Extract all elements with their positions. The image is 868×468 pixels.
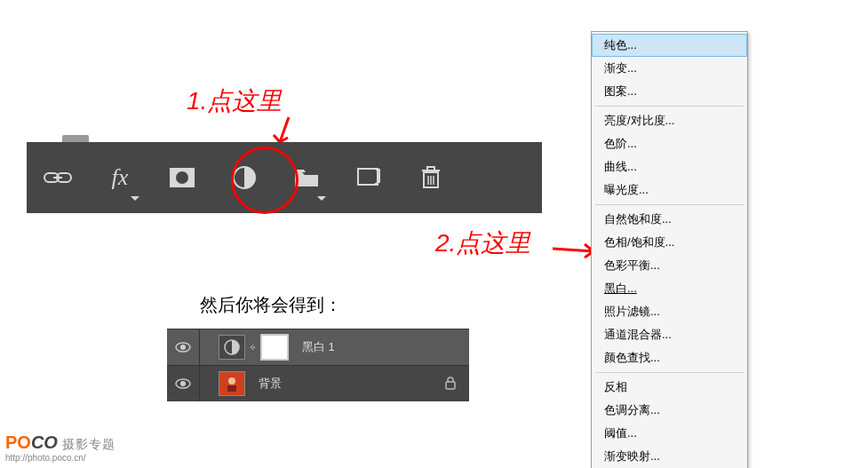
brand-url: http://photo.poco.cn/ [5,453,115,463]
svg-rect-17 [227,385,236,392]
watermark: POCO 摄影专题 http://photo.poco.cn/ [5,432,115,463]
menu-item-brightness[interactable]: 亮度/对比度... [592,109,747,132]
menu-item-exposure[interactable]: 曝光度... [592,178,747,202]
adjustment-thumb [219,335,245,360]
adjustment-context-menu: 纯色... 渐变... 图案... 亮度/对比度... 色阶... 曲线... … [591,31,748,468]
menu-item-curves[interactable]: 曲线... [592,155,747,178]
panel-tab [62,135,89,142]
menu-item-color-lookup[interactable]: 颜色查找... [592,346,747,369]
adjustment-layer-icon[interactable] [227,160,262,195]
instruction-text: 然后你将会得到： [200,293,342,317]
menu-item-posterize[interactable]: 色调分离... [592,399,747,422]
svg-point-2 [176,171,188,184]
annotation-step2: 2.点这里 [435,226,530,260]
menu-separator [595,106,744,107]
image-thumb [219,371,245,396]
menu-item-invert[interactable]: 反相 [592,376,747,399]
menu-item-hue-sat[interactable]: 色相/饱和度... [592,231,747,254]
svg-rect-4 [358,169,378,185]
visibility-toggle[interactable] [167,329,200,365]
menu-item-vibrance[interactable]: 自然饱和度... [592,208,747,231]
trash-delete-icon[interactable] [413,160,449,195]
link-layers-icon[interactable] [40,160,76,195]
new-layer-icon[interactable] [351,160,386,195]
menu-item-pattern[interactable]: 图案... [592,80,747,103]
svg-point-15 [180,381,186,386]
menu-item-gradient-map[interactable]: 渐变映射... [592,445,747,468]
link-chain-icon: ⟡ [250,342,256,353]
folder-group-icon[interactable] [289,160,324,195]
brand-part2: CO [31,432,58,452]
layers-panel: ⟡ 黑白 1 背景 [167,329,469,401]
menu-item-gradient[interactable]: 渐变... [592,57,747,80]
svg-point-12 [180,345,186,350]
layer-label: 黑白 1 [302,339,335,355]
svg-rect-7 [427,167,434,171]
layer-row-bw[interactable]: ⟡ 黑白 1 [167,329,469,365]
mask-thumb [260,334,289,361]
menu-separator [595,204,744,205]
menu-item-photo-filter[interactable]: 照片滤镜... [592,300,747,323]
brand-part1: PO [5,432,31,452]
menu-item-levels[interactable]: 色阶... [592,132,747,155]
brand-subtitle: 摄影专题 [62,437,115,451]
eye-icon [175,342,191,353]
menu-separator [595,372,744,373]
annotation-step1: 1.点这里 [187,84,282,118]
layer-label: 背景 [259,376,282,392]
lock-icon [444,376,457,393]
visibility-toggle[interactable] [167,366,200,401]
layer-mask-icon[interactable] [164,160,200,195]
fx-effects-icon[interactable]: fx [102,160,138,195]
menu-item-solid-color[interactable]: 纯色... [592,34,747,57]
layer-row-background[interactable]: 背景 [167,365,469,401]
menu-item-black-white[interactable]: 黑白... [592,277,747,300]
layers-toolbar: fx [27,142,542,213]
menu-item-channel-mixer[interactable]: 通道混合器... [592,323,747,346]
eye-icon [175,378,191,389]
svg-point-16 [228,377,235,385]
menu-item-color-balance[interactable]: 色彩平衡... [592,254,747,277]
menu-item-threshold[interactable]: 阈值... [592,422,747,445]
svg-rect-18 [446,382,455,389]
